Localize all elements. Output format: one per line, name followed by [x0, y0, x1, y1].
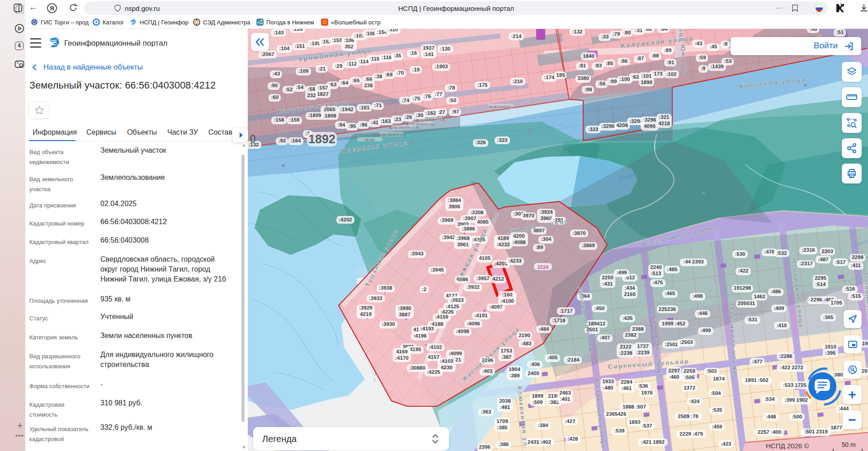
svg-text::2503: :2503 — [679, 339, 693, 345]
svg-text::26: :26 — [405, 114, 412, 120]
svg-text::91: :91 — [667, 60, 675, 65]
svg-text::71: :71 — [374, 103, 382, 108]
svg-text::128: :128 — [292, 29, 303, 32]
svg-text::89: :89 — [664, 47, 672, 53]
svg-text::164: :164 — [290, 138, 301, 143]
svg-text::87: :87 — [637, 56, 644, 61]
svg-text::421 1892: :421 1892 — [641, 439, 665, 445]
svg-text::65: :65 — [352, 78, 360, 83]
svg-text::2502: :2502 — [665, 342, 678, 347]
svg-text::81: :81 — [579, 63, 586, 68]
svg-text::3922: :3922 — [466, 284, 479, 290]
svg-text:2284: 2284 — [621, 379, 632, 385]
svg-text::48: :48 — [810, 29, 817, 32]
svg-text:4105: 4105 — [479, 255, 491, 261]
svg-text::476: :476 — [764, 249, 774, 254]
svg-text::77: :77 — [435, 91, 443, 97]
svg-text:4208: 4208 — [616, 122, 628, 128]
svg-text::386: :386 — [498, 442, 509, 447]
svg-text::385: :385 — [497, 425, 508, 430]
svg-text::100: :100 — [619, 76, 630, 82]
svg-text::410: :410 — [776, 323, 787, 328]
svg-text::395: :395 — [825, 350, 836, 356]
svg-text::94: :94 — [338, 122, 345, 127]
svg-text:2303: 2303 — [821, 249, 833, 254]
svg-text:2250: 2250 — [602, 275, 613, 280]
svg-text::517: :517 — [835, 259, 845, 265]
svg-text::326: :326 — [475, 140, 486, 145]
svg-text::484: :484 — [538, 326, 549, 332]
svg-text::3930: :3930 — [382, 321, 395, 327]
svg-text::3308: :3308 — [470, 210, 484, 215]
svg-text::509: :509 — [532, 399, 542, 405]
svg-text:1753: 1753 — [500, 348, 512, 353]
svg-text:1910: 1910 — [825, 344, 836, 349]
svg-text::108: :108 — [365, 31, 376, 36]
svg-text::90: :90 — [270, 83, 278, 88]
svg-text::537: :537 — [642, 423, 652, 428]
svg-text::35: :35 — [394, 53, 401, 58]
svg-text::74: :74 — [402, 98, 410, 103]
svg-text::532: :532 — [776, 250, 787, 256]
svg-text::160: :160 — [502, 292, 512, 297]
svg-text::3969: :3969 — [440, 217, 453, 223]
svg-text::422: :422 — [738, 268, 748, 273]
svg-text::3886: :3886 — [462, 226, 475, 231]
svg-text::3890: :3890 — [398, 305, 411, 311]
svg-text::64: :64 — [341, 80, 349, 85]
svg-text:2400: 2400 — [528, 371, 539, 376]
svg-text::536: :536 — [637, 383, 648, 389]
svg-text::4100: :4100 — [500, 298, 514, 304]
svg-text::4102: :4102 — [429, 344, 442, 350]
svg-text::4159: :4159 — [435, 314, 448, 319]
svg-text::384: :384 — [538, 423, 548, 428]
svg-text::3943: :3943 — [410, 251, 423, 256]
svg-text:2365426: 2365426 — [606, 411, 627, 417]
svg-text::162: :162 — [425, 110, 436, 116]
svg-text::407: :407 — [599, 335, 610, 340]
svg-text::76: :76 — [424, 94, 431, 99]
svg-text:0: 0 — [250, 132, 256, 146]
svg-text::88: :88 — [651, 53, 659, 58]
svg-text::4088: :4088 — [512, 240, 526, 245]
svg-text::460: :460 — [669, 374, 679, 380]
svg-text::499: :499 — [616, 270, 627, 275]
svg-text::322: :322 — [588, 127, 598, 132]
svg-text::389: :389 — [509, 373, 519, 378]
svg-text::3945: :3945 — [430, 267, 444, 272]
svg-text:4169: 4169 — [396, 349, 408, 354]
svg-text::1809: :1809 — [308, 113, 321, 118]
svg-text::92: :92 — [278, 138, 286, 143]
svg-text::214: :214 — [511, 33, 522, 39]
svg-text:2240: 2240 — [650, 264, 662, 270]
svg-text::44 2393: :44 2393 — [683, 259, 703, 264]
svg-text::480: :480 — [603, 385, 613, 390]
svg-text::4097: :4097 — [489, 304, 502, 310]
svg-text::59: :59 — [698, 55, 706, 60]
svg-text::38: :38 — [375, 74, 382, 79]
svg-text::503: :503 — [706, 368, 717, 374]
svg-text:4218: 4218 — [658, 121, 670, 126]
svg-text::531: :531 — [747, 317, 758, 322]
svg-text::4201: :4201 — [494, 261, 508, 266]
svg-text::1903: :1903 — [434, 64, 448, 69]
svg-text::428: :428 — [567, 436, 578, 442]
svg-text:191298: 191298 — [734, 285, 751, 291]
svg-text:1892: 1892 — [308, 132, 335, 146]
svg-text:1709: 1709 — [496, 418, 508, 424]
svg-text::31: :31 — [635, 29, 643, 33]
svg-text:1890: 1890 — [641, 80, 652, 85]
svg-text::89: :89 — [536, 244, 543, 250]
svg-text::62: :62 — [645, 29, 652, 32]
svg-text:4212: 4212 — [492, 276, 504, 282]
svg-text::477: :477 — [752, 359, 762, 364]
svg-text::4103: :4103 — [440, 358, 453, 364]
svg-text:1827: 1827 — [317, 91, 329, 97]
svg-text:2388: 2388 — [632, 326, 644, 332]
svg-text::448: :448 — [765, 414, 776, 419]
svg-text::427: :427 — [565, 418, 575, 424]
svg-text::4202: :4202 — [339, 217, 352, 222]
svg-text::498: :498 — [692, 293, 703, 299]
svg-text:1372: 1372 — [684, 385, 695, 390]
svg-text:1462: 1462 — [754, 294, 765, 299]
